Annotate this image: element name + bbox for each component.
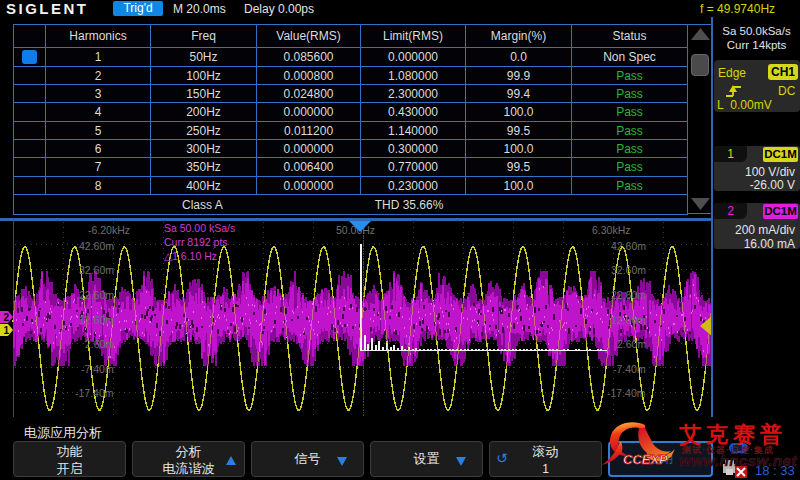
svg-text:1: 1 xyxy=(4,325,10,336)
svg-text:2: 2 xyxy=(4,312,10,323)
